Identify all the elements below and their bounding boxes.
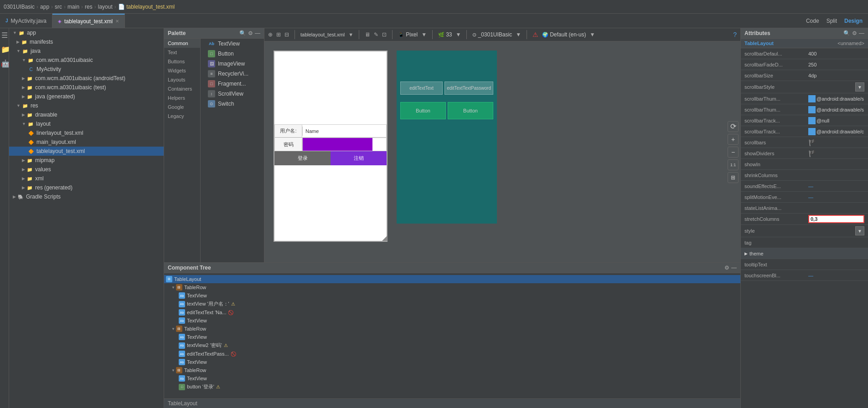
design-icon3[interactable]: ⊡ <box>382 31 387 38</box>
orient3-icon[interactable]: ⊟ <box>284 31 289 38</box>
api-label[interactable]: 🌿 33 <box>438 31 452 38</box>
tree-item-java[interactable]: ▼ 📁 java <box>9 46 164 56</box>
dropdown-icon[interactable]: ▼ <box>855 226 864 235</box>
project-icon[interactable]: ☰ <box>0 28 9 42</box>
tab-tablelayout[interactable]: ◈ tablelayout_test.xml ✕ <box>52 14 125 28</box>
bc-item-2[interactable]: app <box>40 4 49 10</box>
tree-item-values[interactable]: ▶ 📁 values <box>9 165 164 174</box>
api-dropdown[interactable]: ▼ <box>456 31 461 38</box>
palette-item-imageview[interactable]: 🖼 ImageView <box>201 59 264 69</box>
design-button[interactable]: Design <box>844 18 863 24</box>
ct-tv-4[interactable]: Ab TextView <box>164 358 740 366</box>
tree-item-mipmap[interactable]: ▶ 📁 mipmap <box>9 156 164 165</box>
ct-tv-username[interactable]: Ab textView '用户名：' ⚠ <box>164 300 740 308</box>
palette-cat-layouts[interactable]: Layouts <box>164 75 200 84</box>
attr-settings-icon[interactable]: ⚙ <box>852 30 857 36</box>
zoom-in-button[interactable]: + <box>728 134 739 145</box>
palette-cat-helpers[interactable]: Helpers <box>164 93 200 102</box>
dropdown-icon[interactable]: ▼ <box>348 32 353 37</box>
register-button[interactable]: 登录 <box>274 151 331 165</box>
ct-et-name[interactable]: Ab editTextText 'Na... 🚫 <box>164 308 740 316</box>
login-button[interactable]: 注销 <box>331 151 387 165</box>
help-icon[interactable]: ? <box>733 31 737 38</box>
tree-item-linerlayout[interactable]: 🔶 linerlayout_test.xml <box>9 128 164 138</box>
ct-tv-3[interactable]: Ab TextView <box>164 333 740 341</box>
ct-tablelayout[interactable]: ⊞ TableLayout <box>164 275 740 283</box>
palette-settings-icon[interactable]: ⚙ <box>248 30 253 36</box>
project-dropdown[interactable]: ▼ <box>516 31 521 38</box>
tree-item-myactivity[interactable]: C MyActivity <box>9 65 164 74</box>
ct-tv-5[interactable]: Ab TextView <box>164 374 740 382</box>
design-icon1[interactable]: 🖥 <box>365 31 370 38</box>
locale-dropdown[interactable]: ▼ <box>590 31 595 38</box>
zoom-fit-button[interactable]: 1:1 <box>728 159 739 170</box>
ct-tablerow-3[interactable]: ▼ ▤ TableRow <box>164 366 740 374</box>
palette-cat-legacy[interactable]: Legacy <box>164 112 200 121</box>
palette-cat-text[interactable]: Text <box>164 48 200 57</box>
bc-item-3[interactable]: src <box>55 4 62 10</box>
tree-item-xml[interactable]: ▶ 📁 xml <box>9 174 164 183</box>
bc-item-4[interactable]: main <box>67 4 79 10</box>
attr-close-icon[interactable]: — <box>859 30 864 36</box>
android-icon[interactable]: 🤖 <box>0 56 9 71</box>
device-label[interactable]: 📱 Pixel <box>398 31 418 38</box>
ct-tv-pwd[interactable]: Ab textView2 '密码' ⚠ <box>164 341 740 350</box>
attr-row-stretchcolumns[interactable]: stretchColumns 0,3 第0列和第3列可拉伸 <box>741 214 868 225</box>
palette-item-fragment[interactable]: □ Fragment... <box>201 79 264 89</box>
resource-icon[interactable]: 📁 <box>0 42 9 56</box>
palette-cat-containers[interactable]: Containers <box>164 84 200 93</box>
tree-item-mainlayout[interactable]: 🔶 main_layout.xml <box>9 138 164 147</box>
ct-btn-login[interactable]: □ button '登录' ⚠ <box>164 382 740 391</box>
ct-tv-1[interactable]: Ab TextView <box>164 291 740 300</box>
tree-item-res[interactable]: ▼ 📁 res <box>9 101 164 110</box>
tree-item-layout[interactable]: ▼ 📁 layout <box>9 119 164 128</box>
palette-close-icon[interactable]: — <box>255 30 260 36</box>
preview-btn-2[interactable]: Button <box>448 102 493 119</box>
tree-item-java-gen[interactable]: ▶ 📁 java (generated) <box>9 92 164 101</box>
tree-item-tablelayout[interactable]: 🔶 tablelayout_test.xml <box>9 147 164 156</box>
tree-item-manifests[interactable]: ▶ 📁 manifests <box>9 37 164 46</box>
palette-item-recyclerview[interactable]: ≡ RecyclerVi... <box>201 69 264 79</box>
tree-item-app[interactable]: ▼ 📁 app <box>9 28 164 37</box>
tab-myactivity[interactable]: J MyActivity.java <box>0 14 52 28</box>
device-dropdown[interactable]: ▼ <box>421 31 427 38</box>
close-icon[interactable]: ✕ <box>115 19 119 24</box>
palette-cat-google[interactable]: Google <box>164 102 200 112</box>
palette-search-icon[interactable]: 🔍 <box>239 30 246 36</box>
code-button[interactable]: Code <box>806 18 819 24</box>
palette-item-switch[interactable]: ⊙ Switch <box>201 99 264 109</box>
palette-cat-widgets[interactable]: Widgets <box>164 66 200 75</box>
palette-item-button[interactable]: □ Button <box>201 49 264 59</box>
palette-cat-common[interactable]: Common <box>164 39 200 48</box>
attr-search-icon[interactable]: 🔍 <box>843 30 850 36</box>
project-label[interactable]: ⊙ _0301UIBasic <box>472 31 512 38</box>
ct-tv-2[interactable]: Ab TextView <box>164 316 740 325</box>
preview-btn-1[interactable]: Button <box>400 102 446 119</box>
tree-item-pkg-androidtest[interactable]: ▶ 📁 com.wcm.a0301uibasic (androidTest) <box>9 74 164 83</box>
palette-cat-buttons[interactable]: Buttons <box>164 57 200 66</box>
tree-item-res-gen[interactable]: ▶ 📁 res (generated) <box>9 183 164 192</box>
rotate-button[interactable]: ⟳ <box>728 121 739 132</box>
bc-item-5[interactable]: res <box>85 4 93 10</box>
palette-item-scrollview[interactable]: ↕ ScrollView <box>201 89 264 99</box>
zoom-frame-button[interactable]: ⊞ <box>728 172 739 183</box>
dropdown-icon[interactable]: ▼ <box>855 82 864 92</box>
locale-label[interactable]: 🌍 Default (en-us) <box>542 31 586 38</box>
tree-item-pkg-main[interactable]: ▼ 📁 com.wcm.a0301uibasic <box>9 56 164 65</box>
orient-icon[interactable]: ⊕ <box>268 31 273 38</box>
attr-row-scrollbarstyle[interactable]: scrollbarStyle ▼ <box>741 81 868 93</box>
ct-settings-icon[interactable]: ⚙ <box>724 265 729 271</box>
ct-et-pwd[interactable]: Ab editTextTextPass... 🚫 <box>164 350 740 358</box>
bc-item-6[interactable]: layout <box>98 4 113 10</box>
resize-handle[interactable]: ◢ <box>382 233 388 242</box>
ct-close-icon[interactable]: — <box>731 265 737 271</box>
tree-item-gradle[interactable]: ▶ 🐘 Gradle Scripts <box>9 192 164 201</box>
tree-item-drawable[interactable]: ▶ 📁 drawable <box>9 110 164 119</box>
attr-row-style[interactable]: style ▼ <box>741 225 868 237</box>
zoom-out-button[interactable]: − <box>728 147 739 158</box>
ct-tablerow-1[interactable]: ▼ ▤ TableRow <box>164 283 740 291</box>
split-button[interactable]: Split <box>827 18 837 24</box>
design-icon2[interactable]: ✎ <box>374 31 378 38</box>
bc-item-1[interactable]: 0301UIBasic <box>4 4 35 10</box>
tree-item-pkg-test[interactable]: ▶ 📁 com.wcm.a0301uibasic (test) <box>9 83 164 92</box>
